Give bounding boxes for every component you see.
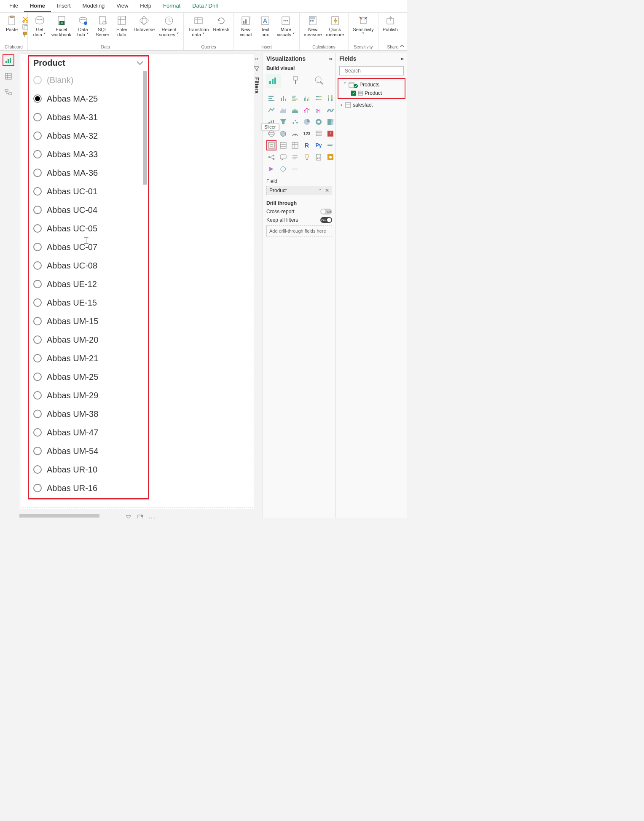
slicer-item-14[interactable]: Abbas UM-20 bbox=[33, 330, 148, 349]
line-chart-icon[interactable] bbox=[266, 105, 276, 115]
key-influencers-icon[interactable] bbox=[325, 140, 335, 150]
clustered-column-icon[interactable] bbox=[302, 93, 312, 103]
visual-button[interactable]: +Newvisual bbox=[236, 14, 255, 38]
slicer-item-6[interactable]: Abbas UC-01 bbox=[33, 182, 148, 201]
radio-icon[interactable] bbox=[33, 447, 42, 455]
stacked-column-icon[interactable] bbox=[278, 93, 288, 103]
pie-icon[interactable] bbox=[302, 117, 312, 127]
enter-button[interactable]: +Enterdata bbox=[113, 14, 131, 38]
radio-icon[interactable] bbox=[33, 391, 42, 400]
python-visual-icon[interactable]: Py bbox=[314, 140, 324, 150]
radio-icon[interactable] bbox=[33, 150, 42, 158]
slicer-item-21[interactable]: Abbas UR-10 bbox=[33, 460, 148, 479]
tab-file[interactable]: File bbox=[3, 0, 24, 12]
radio-icon[interactable] bbox=[33, 261, 42, 270]
radio-icon[interactable] bbox=[33, 410, 42, 418]
radio-icon[interactable] bbox=[33, 131, 42, 140]
slicer-item-8[interactable]: Abbas UC-05 bbox=[33, 219, 148, 238]
area-chart-icon[interactable] bbox=[278, 105, 288, 115]
radio-icon[interactable] bbox=[33, 373, 42, 381]
dataverse-button[interactable]: Dataverse bbox=[132, 14, 156, 38]
slicer-item-3[interactable]: Abbas MA-32 bbox=[33, 126, 148, 145]
radio-icon[interactable] bbox=[33, 169, 42, 177]
slicer-item-9[interactable]: Abbas UC-07 bbox=[33, 238, 148, 256]
slicer-item-13[interactable]: Abbas UM-15 bbox=[33, 312, 148, 330]
radio-icon[interactable] bbox=[33, 317, 42, 325]
more-button[interactable]: Morevisuals ˅ bbox=[275, 14, 297, 38]
table-icon[interactable] bbox=[278, 140, 288, 150]
tab-help[interactable]: Help bbox=[134, 0, 157, 12]
build-tab[interactable] bbox=[266, 74, 281, 88]
table-products[interactable]: ˅ Products bbox=[342, 80, 401, 89]
filters-pane-collapsed[interactable]: « Filters bbox=[252, 55, 262, 94]
line-clustered-column-icon[interactable] bbox=[314, 105, 324, 115]
treemap-icon[interactable] bbox=[325, 117, 335, 127]
collapse-fields-icon[interactable]: » bbox=[400, 55, 404, 62]
tab-home[interactable]: Home bbox=[24, 0, 51, 12]
collapse-ribbon-icon[interactable] bbox=[400, 43, 405, 48]
slicer-item-10[interactable]: Abbas UC-08 bbox=[33, 256, 148, 275]
quick-button[interactable]: Quickmeasure bbox=[325, 14, 346, 38]
multi-row-card-icon[interactable] bbox=[314, 129, 324, 139]
goals-icon[interactable] bbox=[302, 152, 312, 162]
radio-icon[interactable] bbox=[33, 76, 42, 84]
report-canvas[interactable]: Product (Blank)Abbas MA-25Abbas MA-31Abb… bbox=[17, 53, 407, 518]
radio-icon[interactable] bbox=[33, 224, 42, 233]
chevron-down-icon[interactable]: ˅ bbox=[343, 82, 347, 88]
textbox-button[interactable]: ATextbox bbox=[256, 14, 274, 38]
get-more-visuals-icon[interactable]: ··· bbox=[290, 164, 300, 174]
cross-report-toggle[interactable] bbox=[320, 209, 332, 215]
radio-icon[interactable] bbox=[33, 187, 42, 196]
qa-visual-icon[interactable] bbox=[278, 152, 288, 162]
hub-button[interactable]: Datahub ˅ bbox=[74, 14, 92, 38]
donut-icon[interactable] bbox=[314, 117, 324, 127]
slicer-item-5[interactable]: Abbas MA-36 bbox=[33, 164, 148, 182]
analytics-tab[interactable] bbox=[312, 74, 326, 88]
card-icon[interactable]: 123 bbox=[302, 129, 312, 139]
slicer-item-11[interactable]: Abbas UE-12 bbox=[33, 275, 148, 293]
field-chip-product[interactable]: Product ˅ ✕ bbox=[266, 186, 332, 195]
tab-data-drill[interactable]: Data / Drill bbox=[186, 0, 224, 12]
power-apps-icon[interactable] bbox=[325, 152, 335, 162]
slicer-item-2[interactable]: Abbas MA-31 bbox=[33, 108, 148, 126]
slicer-scrollbar[interactable] bbox=[143, 71, 147, 185]
paste-button[interactable]: Paste bbox=[3, 14, 21, 40]
slicer-item-12[interactable]: Abbas UE-15 bbox=[33, 293, 148, 312]
format-tab[interactable] bbox=[289, 74, 303, 88]
tab-insert[interactable]: Insert bbox=[51, 0, 77, 12]
radio-icon[interactable] bbox=[33, 428, 42, 437]
keep-filters-toggle[interactable] bbox=[320, 217, 332, 223]
data-view-button[interactable] bbox=[3, 70, 14, 82]
decomposition-tree-icon[interactable] bbox=[266, 152, 276, 162]
report-view-button[interactable] bbox=[3, 54, 14, 66]
slicer-item-20[interactable]: Abbas UM-54 bbox=[33, 442, 148, 460]
label-button[interactable]: Sensitivity˅ bbox=[351, 14, 376, 38]
slicer-item-1[interactable]: Abbas MA-25 bbox=[33, 89, 148, 108]
tab-format[interactable]: Format bbox=[157, 0, 186, 12]
slicer-item-16[interactable]: Abbas UM-25 bbox=[33, 368, 148, 386]
field-product[interactable]: ✓ Product bbox=[342, 89, 401, 97]
radio-icon[interactable] bbox=[33, 484, 42, 492]
matrix-icon[interactable] bbox=[290, 140, 300, 150]
sql-button[interactable]: SQLServer bbox=[93, 14, 112, 38]
checkbox-checked-icon[interactable]: ✓ bbox=[351, 91, 356, 96]
slicer-item-18[interactable]: Abbas UM-38 bbox=[33, 405, 148, 423]
radio-icon[interactable] bbox=[33, 354, 42, 362]
radio-icon[interactable] bbox=[33, 113, 42, 121]
expand-filters-icon[interactable]: « bbox=[255, 55, 258, 62]
excel-button[interactable]: XExcelworkbook bbox=[50, 14, 73, 38]
drill-through-dropzone[interactable]: Add drill-through fields here bbox=[266, 225, 332, 236]
tab-view[interactable]: View bbox=[110, 0, 134, 12]
smart-narrative-icon[interactable] bbox=[290, 152, 300, 162]
table-salesfact[interactable]: › salesfact bbox=[338, 101, 405, 109]
radio-icon[interactable] bbox=[33, 206, 42, 214]
measure-button[interactable]: Newmeasure bbox=[302, 14, 324, 38]
get-data-button[interactable]: Getdata ˅ bbox=[30, 14, 49, 38]
paginated-report-icon[interactable] bbox=[314, 152, 324, 162]
tab-modeling[interactable]: Modeling bbox=[77, 0, 111, 12]
radio-icon[interactable] bbox=[33, 335, 42, 344]
slicer-item-4[interactable]: Abbas MA-33 bbox=[33, 145, 148, 164]
r-visual-icon[interactable]: R bbox=[302, 140, 312, 150]
report-page[interactable]: Product (Blank)Abbas MA-25Abbas MA-31Abb… bbox=[19, 54, 255, 509]
slicer-item-17[interactable]: Abbas UM-29 bbox=[33, 386, 148, 405]
